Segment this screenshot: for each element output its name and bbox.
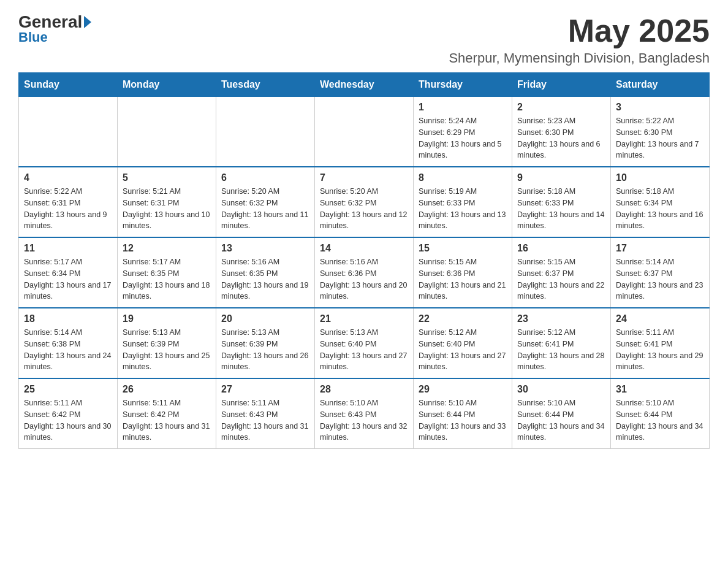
day-number: 26: [123, 384, 211, 395]
day-info: Sunrise: 5:11 AMSunset: 6:41 PMDaylight:…: [616, 327, 704, 373]
day-info: Sunrise: 5:20 AMSunset: 6:32 PMDaylight:…: [221, 186, 309, 232]
day-number: 13: [221, 243, 309, 254]
day-info: Sunrise: 5:20 AMSunset: 6:32 PMDaylight:…: [320, 186, 408, 232]
day-info: Sunrise: 5:19 AMSunset: 6:33 PMDaylight:…: [419, 186, 507, 232]
calendar-week-row: 4Sunrise: 5:22 AMSunset: 6:31 PMDaylight…: [19, 167, 710, 237]
calendar-day-cell: 16Sunrise: 5:15 AMSunset: 6:37 PMDayligh…: [512, 237, 611, 308]
calendar-header-saturday: Saturday: [611, 73, 710, 97]
day-number: 12: [123, 243, 211, 254]
calendar-day-cell: 24Sunrise: 5:11 AMSunset: 6:41 PMDayligh…: [611, 308, 710, 378]
page-header: General Blue May 2025 Sherpur, Mymensing…: [18, 12, 710, 66]
calendar-day-cell: 17Sunrise: 5:14 AMSunset: 6:37 PMDayligh…: [611, 237, 710, 308]
calendar-table: SundayMondayTuesdayWednesdayThursdayFrid…: [18, 72, 710, 449]
calendar-day-cell: [216, 97, 315, 167]
day-number: 3: [616, 102, 704, 113]
calendar-day-cell: 5Sunrise: 5:21 AMSunset: 6:31 PMDaylight…: [118, 167, 216, 237]
day-info: Sunrise: 5:14 AMSunset: 6:38 PMDaylight:…: [24, 327, 112, 373]
day-info: Sunrise: 5:17 AMSunset: 6:35 PMDaylight:…: [123, 256, 211, 302]
calendar-day-cell: 9Sunrise: 5:18 AMSunset: 6:33 PMDaylight…: [512, 167, 611, 237]
day-info: Sunrise: 5:22 AMSunset: 6:30 PMDaylight:…: [616, 115, 704, 161]
calendar-week-row: 1Sunrise: 5:24 AMSunset: 6:29 PMDaylight…: [19, 97, 710, 167]
calendar-header-monday: Monday: [118, 73, 216, 97]
calendar-day-cell: 19Sunrise: 5:13 AMSunset: 6:39 PMDayligh…: [118, 308, 216, 378]
day-info: Sunrise: 5:12 AMSunset: 6:41 PMDaylight:…: [517, 327, 605, 373]
day-number: 8: [419, 172, 507, 183]
day-info: Sunrise: 5:16 AMSunset: 6:35 PMDaylight:…: [221, 256, 309, 302]
day-info: Sunrise: 5:15 AMSunset: 6:36 PMDaylight:…: [419, 256, 507, 302]
day-info: Sunrise: 5:11 AMSunset: 6:43 PMDaylight:…: [221, 397, 309, 443]
day-info: Sunrise: 5:24 AMSunset: 6:29 PMDaylight:…: [419, 115, 507, 161]
day-info: Sunrise: 5:13 AMSunset: 6:39 PMDaylight:…: [221, 327, 309, 373]
day-number: 22: [419, 313, 507, 324]
calendar-week-row: 11Sunrise: 5:17 AMSunset: 6:34 PMDayligh…: [19, 237, 710, 308]
calendar-day-cell: 4Sunrise: 5:22 AMSunset: 6:31 PMDaylight…: [19, 167, 118, 237]
day-number: 11: [24, 243, 112, 254]
day-number: 24: [616, 313, 704, 324]
calendar-day-cell: 23Sunrise: 5:12 AMSunset: 6:41 PMDayligh…: [512, 308, 611, 378]
calendar-day-cell: 25Sunrise: 5:11 AMSunset: 6:42 PMDayligh…: [19, 378, 118, 449]
day-info: Sunrise: 5:14 AMSunset: 6:37 PMDaylight:…: [616, 256, 704, 302]
calendar-day-cell: 26Sunrise: 5:11 AMSunset: 6:42 PMDayligh…: [118, 378, 216, 449]
calendar-day-cell: 18Sunrise: 5:14 AMSunset: 6:38 PMDayligh…: [19, 308, 118, 378]
location-subtitle: Sherpur, Mymensingh Division, Bangladesh: [449, 50, 710, 66]
calendar-header-wednesday: Wednesday: [315, 73, 414, 97]
day-number: 29: [419, 384, 507, 395]
calendar-header-thursday: Thursday: [414, 73, 512, 97]
calendar-day-cell: 15Sunrise: 5:15 AMSunset: 6:36 PMDayligh…: [414, 237, 512, 308]
day-number: 23: [517, 313, 605, 324]
day-info: Sunrise: 5:18 AMSunset: 6:33 PMDaylight:…: [517, 186, 605, 232]
calendar-day-cell: [19, 97, 118, 167]
calendar-day-cell: 30Sunrise: 5:10 AMSunset: 6:44 PMDayligh…: [512, 378, 611, 449]
calendar-day-cell: 13Sunrise: 5:16 AMSunset: 6:35 PMDayligh…: [216, 237, 315, 308]
day-number: 6: [221, 172, 309, 183]
calendar-header-row: SundayMondayTuesdayWednesdayThursdayFrid…: [19, 73, 710, 97]
logo-blue: Blue: [18, 29, 48, 45]
day-info: Sunrise: 5:13 AMSunset: 6:40 PMDaylight:…: [320, 327, 408, 373]
day-number: 10: [616, 172, 704, 183]
day-info: Sunrise: 5:21 AMSunset: 6:31 PMDaylight:…: [123, 186, 211, 232]
calendar-day-cell: 14Sunrise: 5:16 AMSunset: 6:36 PMDayligh…: [315, 237, 414, 308]
day-number: 27: [221, 384, 309, 395]
calendar-week-row: 25Sunrise: 5:11 AMSunset: 6:42 PMDayligh…: [19, 378, 710, 449]
calendar-header-tuesday: Tuesday: [216, 73, 315, 97]
day-number: 4: [24, 172, 112, 183]
day-info: Sunrise: 5:10 AMSunset: 6:44 PMDaylight:…: [616, 397, 704, 443]
day-number: 20: [221, 313, 309, 324]
calendar-day-cell: 31Sunrise: 5:10 AMSunset: 6:44 PMDayligh…: [611, 378, 710, 449]
calendar-day-cell: 10Sunrise: 5:18 AMSunset: 6:34 PMDayligh…: [611, 167, 710, 237]
day-number: 7: [320, 172, 408, 183]
day-info: Sunrise: 5:13 AMSunset: 6:39 PMDaylight:…: [123, 327, 211, 373]
title-section: May 2025 Sherpur, Mymensingh Division, B…: [449, 12, 710, 66]
day-info: Sunrise: 5:11 AMSunset: 6:42 PMDaylight:…: [24, 397, 112, 443]
calendar-header-sunday: Sunday: [19, 73, 118, 97]
calendar-day-cell: 27Sunrise: 5:11 AMSunset: 6:43 PMDayligh…: [216, 378, 315, 449]
day-info: Sunrise: 5:18 AMSunset: 6:34 PMDaylight:…: [616, 186, 704, 232]
calendar-day-cell: 12Sunrise: 5:17 AMSunset: 6:35 PMDayligh…: [118, 237, 216, 308]
logo-arrow-icon: [84, 16, 91, 28]
day-number: 15: [419, 243, 507, 254]
calendar-week-row: 18Sunrise: 5:14 AMSunset: 6:38 PMDayligh…: [19, 308, 710, 378]
day-info: Sunrise: 5:12 AMSunset: 6:40 PMDaylight:…: [419, 327, 507, 373]
day-number: 14: [320, 243, 408, 254]
calendar-day-cell: 3Sunrise: 5:22 AMSunset: 6:30 PMDaylight…: [611, 97, 710, 167]
day-number: 21: [320, 313, 408, 324]
day-number: 28: [320, 384, 408, 395]
day-info: Sunrise: 5:10 AMSunset: 6:44 PMDaylight:…: [419, 397, 507, 443]
day-number: 30: [517, 384, 605, 395]
day-info: Sunrise: 5:15 AMSunset: 6:37 PMDaylight:…: [517, 256, 605, 302]
day-info: Sunrise: 5:17 AMSunset: 6:34 PMDaylight:…: [24, 256, 112, 302]
day-number: 16: [517, 243, 605, 254]
day-number: 31: [616, 384, 704, 395]
day-number: 2: [517, 102, 605, 113]
day-number: 1: [419, 102, 507, 113]
calendar-day-cell: 22Sunrise: 5:12 AMSunset: 6:40 PMDayligh…: [414, 308, 512, 378]
day-info: Sunrise: 5:11 AMSunset: 6:42 PMDaylight:…: [123, 397, 211, 443]
calendar-day-cell: [118, 97, 216, 167]
day-info: Sunrise: 5:16 AMSunset: 6:36 PMDaylight:…: [320, 256, 408, 302]
calendar-day-cell: 7Sunrise: 5:20 AMSunset: 6:32 PMDaylight…: [315, 167, 414, 237]
day-info: Sunrise: 5:23 AMSunset: 6:30 PMDaylight:…: [517, 115, 605, 161]
day-number: 25: [24, 384, 112, 395]
calendar-day-cell: 1Sunrise: 5:24 AMSunset: 6:29 PMDaylight…: [414, 97, 512, 167]
month-year-title: May 2025: [449, 12, 710, 49]
day-number: 19: [123, 313, 211, 324]
